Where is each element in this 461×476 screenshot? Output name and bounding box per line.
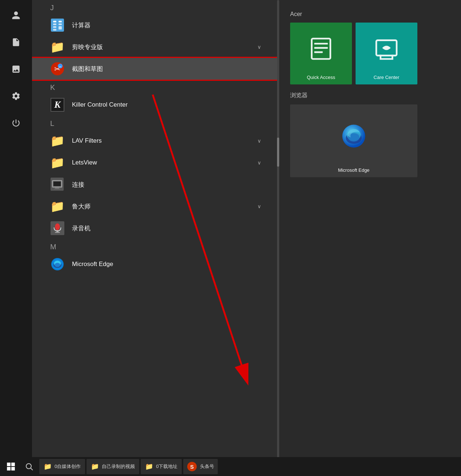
edge-app-label: Microsoft Edge [72, 261, 261, 268]
app-item-snipping[interactable]: ✂ ✂ 截图和草图 [32, 58, 279, 80]
app-item-calculator[interactable]: 计算器 [32, 14, 279, 36]
taskbar-pinned-items: 📁 0自媒体创作 📁 自己录制的视频 📁 0下载地址 S 头条号 [39, 459, 218, 474]
svg-point-18 [55, 223, 60, 230]
section-letter-m: M [32, 239, 279, 253]
app-item-ludashi[interactable]: 📁 鲁大师 ∨ [32, 195, 279, 217]
svg-rect-1 [53, 21, 56, 23]
letsview-label: LetsView [72, 159, 250, 166]
svg-rect-3 [53, 24, 56, 25]
svg-text:S: S [190, 464, 194, 470]
taskbar-item-video[interactable]: 📁 自己录制的视频 [87, 459, 139, 474]
taskbar-label-media: 0自媒体创作 [55, 463, 81, 470]
care-center-label: Care Center [374, 75, 400, 80]
quick-access-label: Quick Access [307, 75, 335, 80]
svg-rect-15 [55, 188, 59, 189]
letsview-chevron: ∨ [257, 160, 261, 166]
ludashi-label: 鲁大师 [72, 202, 250, 211]
svg-rect-37 [11, 463, 15, 466]
svg-rect-14 [53, 181, 61, 186]
care-center-icon-area [356, 23, 417, 75]
letsview-folder-icon: 📁 [50, 155, 65, 170]
browser-tiles-row: Microsoft Edge [290, 104, 450, 177]
lav-chevron: ∨ [257, 138, 261, 144]
app-item-recorder[interactable]: 录音机 [32, 217, 279, 239]
svg-rect-6 [59, 26, 62, 29]
jianying-chevron: ∨ [257, 44, 261, 50]
ludashi-chevron: ∨ [257, 203, 261, 209]
documents-icon[interactable] [8, 34, 24, 50]
jianying-label: 剪映专业版 [72, 43, 250, 51]
jianying-folder-icon: 📁 [50, 40, 65, 54]
svg-rect-38 [7, 467, 11, 471]
settings-icon[interactable] [8, 88, 24, 104]
svg-text:✂: ✂ [59, 65, 62, 69]
svg-rect-16 [54, 189, 60, 189]
svg-point-24 [55, 263, 60, 267]
user-icon[interactable] [8, 7, 24, 23]
svg-rect-26 [314, 43, 328, 44]
lav-label: LAV Filters [72, 137, 250, 144]
app-item-lav[interactable]: 📁 LAV Filters ∨ [32, 130, 279, 152]
taskbar-item-media[interactable]: 📁 0自媒体创作 [39, 459, 85, 474]
taskbar: 📁 0自媒体创作 📁 自己录制的视频 📁 0下载地址 S 头条号 [0, 457, 461, 476]
sidebar [0, 0, 32, 459]
taskbar-label-video: 自己录制的视频 [102, 463, 135, 470]
svg-rect-5 [53, 26, 56, 28]
svg-rect-2 [59, 21, 62, 23]
app-item-connect[interactable]: 连接 [32, 174, 279, 195]
calculator-icon [50, 18, 65, 32]
start-button[interactable] [3, 459, 19, 475]
svg-rect-36 [7, 463, 11, 466]
search-button[interactable] [21, 459, 37, 475]
pictures-icon[interactable] [8, 61, 24, 77]
edge-app-icon [50, 257, 65, 271]
lav-folder-icon: 📁 [50, 134, 65, 148]
taskbar-label-sogou: 头条号 [200, 463, 214, 470]
svg-rect-7 [53, 29, 56, 31]
edge-tile-label: Microsoft Edge [338, 167, 370, 173]
app-list: J 计算器 📁 剪映专业版 [32, 0, 279, 459]
quick-access-icon-area [290, 23, 352, 75]
care-center-tile[interactable]: Care Center [356, 23, 417, 84]
svg-rect-20 [55, 232, 60, 233]
microsoft-edge-tile[interactable]: Microsoft Edge [290, 104, 417, 177]
killer-label: Killer Control Center [72, 101, 261, 108]
taskbar-folder-icon-media: 📁 [44, 463, 52, 471]
section-letter-l: L [32, 116, 279, 130]
app-item-killer[interactable]: K Killer Control Center [32, 94, 279, 116]
start-menu: J 计算器 📁 剪映专业版 [0, 0, 461, 459]
snipping-label: 截图和草图 [72, 65, 261, 73]
svg-rect-0 [51, 19, 64, 32]
killer-icon: K [50, 98, 65, 112]
svg-rect-39 [11, 467, 15, 471]
section-letter-k: K [32, 80, 279, 94]
connect-label: 连接 [72, 181, 261, 189]
scrollbar-thumb[interactable] [277, 138, 279, 167]
acer-tiles-row: Quick Access Care Center [290, 23, 450, 84]
taskbar-item-sogou[interactable]: S 头条号 [183, 459, 218, 474]
app-item-letsview[interactable]: 📁 LetsView ∨ [32, 152, 279, 174]
recorder-label: 录音机 [72, 224, 261, 233]
svg-point-40 [26, 464, 31, 469]
svg-rect-28 [314, 51, 322, 53]
tiles-area: Acer Quick Access [279, 0, 461, 459]
app-item-edge[interactable]: Microsoft Edge [32, 253, 279, 275]
connect-icon [50, 177, 65, 192]
taskbar-item-download[interactable]: 📁 0下载地址 [141, 459, 182, 474]
svg-rect-4 [59, 24, 62, 25]
scrollbar[interactable] [277, 0, 279, 459]
app-item-jianying[interactable]: 📁 剪映专业版 ∨ [32, 36, 279, 58]
browser-section-title: 浏览器 [290, 92, 450, 99]
section-letter-j: J [32, 0, 279, 14]
ludashi-folder-icon: 📁 [50, 199, 65, 214]
snipping-icon: ✂ ✂ [50, 62, 65, 76]
svg-line-41 [31, 468, 33, 470]
recorder-icon [50, 221, 65, 235]
taskbar-folder-icon-video: 📁 [91, 463, 99, 471]
power-icon[interactable] [8, 115, 24, 131]
acer-section-title: Acer [290, 11, 450, 17]
quick-access-tile[interactable]: Quick Access [290, 23, 352, 84]
calculator-label: 计算器 [72, 21, 261, 29]
taskbar-label-download: 0下载地址 [156, 463, 177, 470]
edge-tile-icon-area [290, 104, 417, 167]
